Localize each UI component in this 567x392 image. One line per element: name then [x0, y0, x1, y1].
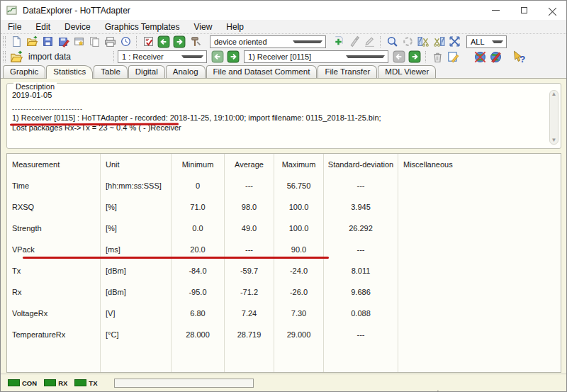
- description-divider: -------------------------: [12, 106, 546, 113]
- tab-statistics[interactable]: Statistics: [46, 65, 93, 79]
- context-help-button[interactable]: ?: [510, 50, 526, 64]
- tab-bar: Graphic Statistics Table Digital Analog …: [1, 65, 566, 79]
- channel-combo-value: ALL: [471, 38, 492, 46]
- status-bar: CON RX TX: [1, 374, 566, 391]
- menu-help[interactable]: Help: [225, 21, 245, 33]
- cut-left-button[interactable]: [415, 35, 431, 49]
- menu-graphics-templates[interactable]: Graphics Templates: [103, 21, 181, 33]
- row-time-max: 56.750: [274, 175, 324, 196]
- tab-mdl-viewer[interactable]: MDL Viewer: [378, 65, 436, 78]
- save-as-button[interactable]: [55, 35, 71, 49]
- pan-icon: [402, 35, 414, 47]
- scroll-up-icon[interactable]: ▲: [551, 91, 557, 98]
- app-icon: [6, 5, 17, 16]
- row-strength-min: 0.0: [172, 218, 225, 239]
- zoom-button[interactable]: [384, 35, 400, 49]
- tab-file-transfer[interactable]: File Transfer: [318, 65, 377, 78]
- prev-recordset-button[interactable]: [210, 50, 225, 64]
- menu-view[interactable]: View: [193, 21, 214, 33]
- new-file-button[interactable]: [9, 35, 24, 49]
- save-as-icon: [57, 35, 69, 47]
- tab-file-and-dataset-comment[interactable]: File and Dataset Comment: [206, 65, 318, 78]
- row-rx-unit: [dBm]: [101, 281, 172, 303]
- import-folder-icon: [10, 50, 23, 64]
- row-strength-avg: 49.0: [225, 218, 274, 239]
- import-data-button[interactable]: [9, 50, 24, 64]
- row-voltagerx-unit: [V]: [101, 303, 172, 324]
- minimize-button[interactable]: [481, 1, 510, 20]
- recordset-combo[interactable]: 1 : Receiver: [118, 50, 207, 63]
- device-oriented-combo[interactable]: device oriented: [210, 35, 326, 48]
- close-icon: [549, 6, 556, 14]
- next-dataset-arrow-icon: [408, 50, 421, 63]
- delete-recordset-button[interactable]: [430, 50, 445, 64]
- add-template-button[interactable]: [330, 35, 346, 49]
- fit-view-button[interactable]: [447, 35, 462, 49]
- scroll-down-icon[interactable]: ▼: [551, 137, 557, 144]
- next-device-button[interactable]: [172, 35, 187, 49]
- import-data-label[interactable]: import data: [28, 52, 71, 62]
- open-file-button[interactable]: [24, 35, 40, 49]
- prev-device-button[interactable]: [156, 35, 172, 49]
- row-voltagerx-std: 0.088: [324, 303, 398, 324]
- close-button[interactable]: [538, 1, 566, 20]
- tools-icon: [189, 35, 201, 47]
- description-text-area[interactable]: 2019-01-05 ------------------------- 1) …: [9, 90, 546, 146]
- tab-table[interactable]: Table: [94, 65, 128, 78]
- device-selection-button[interactable]: [140, 35, 156, 49]
- kml-import-button[interactable]: [488, 50, 503, 64]
- description-group: Description 2019-01-05 -----------------…: [6, 83, 561, 149]
- svg-text:?: ?: [520, 53, 525, 63]
- pan-button[interactable]: [400, 35, 415, 49]
- toolbar-separator: [136, 36, 137, 47]
- tx-label: TX: [89, 379, 97, 387]
- fit-view-icon: [449, 35, 461, 47]
- time-button[interactable]: [118, 35, 133, 49]
- next-device-arrow-icon: [173, 35, 186, 48]
- copy-button[interactable]: [86, 35, 102, 49]
- pencil-icon: [364, 35, 376, 47]
- description-date: 2019-01-05: [12, 90, 546, 100]
- maximize-icon: [521, 7, 527, 13]
- row-tx-std: 8.011: [324, 260, 398, 281]
- prev-dataset-button[interactable]: [391, 50, 407, 64]
- save-button[interactable]: [40, 35, 55, 49]
- pencil-button[interactable]: [361, 35, 377, 49]
- maximize-button[interactable]: [510, 1, 538, 20]
- dataset-combo[interactable]: 1) Receiver [0115]: [244, 50, 388, 63]
- channel-combo[interactable]: ALL: [466, 35, 507, 48]
- row-voltagerx-max: 7.30: [274, 303, 324, 324]
- tab-graphic[interactable]: Graphic: [3, 65, 45, 78]
- menu-edit[interactable]: Edit: [34, 21, 52, 33]
- tab-digital[interactable]: Digital: [128, 65, 165, 78]
- globe-export-icon: [473, 50, 487, 64]
- next-recordset-arrow-icon: [227, 50, 240, 63]
- column-header-miscellaneous: Miscellaneous: [398, 154, 561, 175]
- menu-device[interactable]: Device: [63, 21, 92, 33]
- tx-led-icon: [74, 379, 86, 386]
- row-strength-std: 26.292: [324, 218, 398, 239]
- prev-dataset-arrow-icon: [393, 50, 405, 63]
- tools-button[interactable]: [187, 35, 203, 49]
- row-temperaturerx-min: 28.000: [172, 324, 225, 345]
- row-time-misc: [398, 175, 561, 196]
- row-temperaturerx-avg: 28.719: [225, 324, 274, 345]
- settings-button[interactable]: [71, 35, 86, 49]
- next-recordset-button[interactable]: [225, 50, 241, 64]
- menu-file[interactable]: File: [6, 21, 23, 33]
- row-temperaturerx-measurement: TemperatureRx: [7, 324, 101, 345]
- tab-analog[interactable]: Analog: [166, 65, 206, 78]
- cut-right-button[interactable]: [431, 35, 447, 49]
- description-scrollbar[interactable]: ▲ ▼: [549, 90, 558, 145]
- pen-arrow-button[interactable]: [346, 35, 361, 49]
- next-dataset-button[interactable]: [407, 50, 422, 64]
- chevron-down-icon: [346, 55, 385, 58]
- window-controls: [481, 1, 566, 20]
- row-time-min: 0: [172, 175, 225, 196]
- dataset-combo-value: 1) Receiver [0115]: [248, 52, 346, 61]
- kml-export-button[interactable]: [472, 50, 488, 64]
- toolbar-separator: [380, 36, 381, 47]
- window-title: DataExplorer - HoTTAdapter: [23, 6, 130, 16]
- edit-comment-button[interactable]: [445, 50, 461, 64]
- print-button[interactable]: [102, 35, 118, 49]
